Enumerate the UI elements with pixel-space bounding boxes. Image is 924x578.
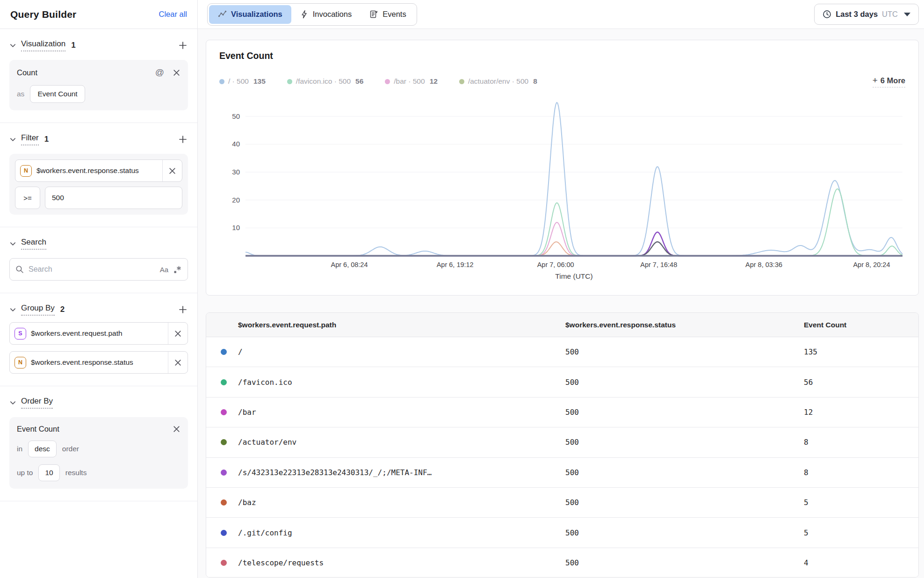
filter-value-input[interactable]: 500	[45, 187, 182, 209]
search-section: Search Aa	[0, 227, 197, 293]
chevron-down-icon[interactable]	[9, 399, 16, 406]
cell-event-count: 12	[804, 408, 918, 417]
legend-label: /actuator/env · 500	[468, 77, 528, 86]
remove-group-by-icon[interactable]	[168, 323, 188, 344]
match-case-icon[interactable]: Aa	[160, 266, 168, 274]
legend-count: 135	[253, 77, 266, 86]
direction-select[interactable]: desc	[28, 441, 57, 457]
legend-item[interactable]: /favicon.ico · 50056	[287, 77, 363, 86]
clock-icon	[823, 10, 831, 19]
cell-response-status: 500	[565, 468, 804, 477]
cell-request-path: /favicon.ico	[238, 378, 565, 387]
add-group-by-button[interactable]	[178, 304, 188, 315]
search-box: Aa	[9, 258, 188, 281]
table-row[interactable]: /500135	[206, 337, 918, 367]
remove-visualization-icon[interactable]	[173, 69, 180, 77]
group-by-section-label[interactable]: Group By	[21, 303, 55, 316]
search-input[interactable]	[29, 265, 155, 274]
time-range-selector[interactable]: Last 3 days UTC	[814, 4, 919, 25]
table-row[interactable]: /telescope/requests5004	[206, 548, 918, 578]
cell-request-path: /telescope/requests	[238, 558, 565, 567]
order-by-section-label[interactable]: Order By	[21, 397, 53, 409]
remove-filter-icon[interactable]	[162, 160, 182, 181]
table-row[interactable]: /baz5005	[206, 488, 918, 518]
visualization-card: Count @ as Event Count	[9, 60, 188, 110]
alias-button[interactable]: Event Count	[30, 85, 85, 103]
legend-dot	[385, 79, 390, 84]
cell-request-path: /.git/config	[238, 528, 565, 537]
table-row[interactable]: /favicon.ico50056	[206, 367, 918, 397]
view-tab-group: Visualizations Invocations Events	[207, 3, 417, 26]
group-by-field[interactable]: N $workers.event.response.status	[9, 351, 188, 374]
legend-more-button[interactable]: + 6 More	[873, 75, 905, 87]
filter-field[interactable]: N $workers.event.response.status	[15, 159, 182, 182]
legend-dot	[219, 79, 224, 84]
table-row[interactable]: /bar50012	[206, 397, 918, 427]
limit-input[interactable]: 10	[38, 464, 59, 481]
legend-item[interactable]: /actuator/env · 5008	[459, 77, 537, 86]
cell-event-count: 135	[804, 347, 918, 356]
number-type-badge: N	[14, 357, 26, 368]
cell-request-path: /	[238, 347, 565, 356]
number-type-badge: N	[20, 165, 32, 177]
table-row[interactable]: /.git/config5005	[206, 518, 918, 548]
series-color-dot	[221, 470, 227, 476]
filter-section: Filter 1 N $workers.event.response.statu…	[0, 123, 197, 227]
visualization-count: 1	[71, 41, 75, 50]
remove-order-by-icon[interactable]	[173, 425, 180, 433]
tab-events[interactable]: Events	[361, 5, 415, 24]
remove-group-by-icon[interactable]	[168, 352, 188, 373]
cell-response-status: 500	[565, 498, 804, 507]
results-label: results	[65, 469, 87, 477]
time-range-label: Last 3 days	[836, 10, 878, 19]
add-filter-button[interactable]	[178, 134, 188, 144]
group-by-field[interactable]: S $workers.event.request.path	[9, 322, 188, 345]
column-header-path[interactable]: $workers.event.request.path	[238, 321, 565, 329]
legend-item[interactable]: / · 500135	[219, 77, 266, 86]
svg-text:10: 10	[232, 224, 240, 231]
tab-label: Invocations	[313, 10, 352, 19]
chevron-down-icon[interactable]	[9, 306, 16, 313]
filter-count: 1	[44, 135, 49, 144]
column-header-status[interactable]: $workers.event.response.status	[565, 321, 804, 329]
order-by-card: Event Count in desc order up to 10 resul…	[9, 417, 188, 489]
cell-request-path: /bar	[238, 408, 565, 417]
cell-response-status: 500	[565, 528, 804, 537]
visualization-section-label[interactable]: Visualization	[21, 39, 65, 51]
table-row[interactable]: /s/432313e22313e28313e2430313/_/;/META-I…	[206, 458, 918, 488]
event-count-chart: 1020304050Apr 6, 08:24Apr 6, 19:12Apr 7,…	[219, 92, 905, 280]
chevron-down-icon[interactable]	[9, 136, 16, 143]
chevron-down-icon[interactable]	[9, 240, 16, 247]
in-label: in	[17, 445, 22, 453]
results-table: $workers.event.request.path $workers.eve…	[206, 312, 919, 578]
chevron-down-icon[interactable]	[9, 42, 16, 49]
series-color-dot	[221, 560, 227, 566]
legend-item[interactable]: /bar · 50012	[385, 77, 438, 86]
at-sign-icon[interactable]: @	[155, 67, 164, 78]
chart-plot-area[interactable]: 1020304050Apr 6, 08:24Apr 6, 19:12Apr 7,…	[219, 92, 905, 280]
tab-invocations[interactable]: Invocations	[291, 5, 361, 24]
table-row[interactable]: /actuator/env5008	[206, 427, 918, 457]
cell-request-path: /s/432313e22313e28313e2430313/_/;/META-I…	[238, 468, 565, 477]
operator-select[interactable]: >=	[15, 187, 40, 209]
search-section-label[interactable]: Search	[21, 238, 46, 250]
group-by-field-name: $workers.event.response.status	[31, 358, 168, 367]
column-header-count[interactable]: Event Count	[804, 321, 918, 329]
search-icon	[15, 265, 24, 274]
series-color-dot	[221, 530, 227, 536]
series-color-dot	[221, 349, 227, 355]
order-by-field[interactable]: Event Count	[17, 425, 59, 434]
group-by-count: 2	[60, 305, 65, 314]
series-color-dot	[221, 499, 227, 506]
lightning-icon	[300, 10, 309, 19]
filter-section-label[interactable]: Filter	[21, 133, 39, 145]
add-visualization-button[interactable]	[178, 40, 188, 51]
metric-name[interactable]: Count	[17, 68, 37, 77]
chart-series	[245, 223, 902, 256]
regex-icon[interactable]	[173, 265, 182, 274]
page-title: Query Builder	[10, 9, 76, 20]
group-by-section: Group By 2 S $workers.event.request.path…	[0, 293, 197, 386]
cell-response-status: 500	[565, 378, 804, 387]
tab-visualizations[interactable]: Visualizations	[209, 5, 291, 24]
clear-all-button[interactable]: Clear all	[159, 10, 187, 19]
